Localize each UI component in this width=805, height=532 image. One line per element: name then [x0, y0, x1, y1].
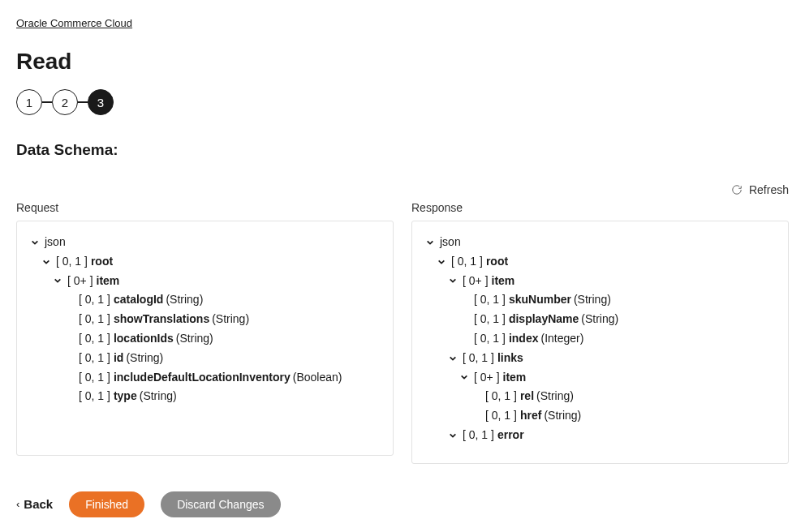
tree-range: [ 0, 1 ] — [79, 310, 110, 329]
tree-row-links[interactable]: [ 0, 1 ] links — [424, 349, 777, 368]
tree-field-type: (String) — [126, 349, 163, 368]
tree-range: [ 0+ ] — [67, 272, 93, 291]
chevron-down-icon[interactable] — [28, 236, 41, 249]
back-button[interactable]: ‹ Back — [16, 497, 53, 511]
tree-range: [ 0+ ] — [463, 272, 489, 291]
tree-field-type: (String) — [212, 310, 249, 329]
tree-range: [ 0, 1 ] — [56, 252, 88, 272]
tree-field-type: (String) — [166, 290, 203, 310]
step-2[interactable]: 2 — [52, 89, 78, 115]
tree-range: [ 0, 1 ] — [79, 290, 110, 310]
response-label: Response — [411, 201, 789, 214]
tree-row-root[interactable]: [ 0, 1 ] root — [28, 252, 381, 272]
tree-row-item[interactable]: [ 0+ ] item — [424, 272, 777, 291]
back-label: Back — [24, 497, 53, 511]
tree-field-name: includeDefaultLocationInventory — [114, 368, 291, 388]
tree-field-type: (String) — [536, 387, 574, 406]
step-connector — [42, 101, 52, 103]
refresh-button[interactable]: Refresh — [16, 183, 789, 196]
tree-row-leaf[interactable]: [ 0, 1 ] skuNumber (String) — [424, 290, 777, 310]
tree-row-item[interactable]: [ 0+ ] item — [28, 272, 381, 291]
tree-range: [ 0, 1 ] — [79, 387, 110, 406]
tree-field-name: item — [503, 368, 527, 388]
tree-label: json — [440, 233, 461, 252]
tree-row-json[interactable]: json — [424, 233, 777, 252]
chevron-down-icon[interactable] — [40, 255, 53, 268]
tree-range: [ 0, 1 ] — [79, 368, 110, 388]
chevron-down-icon[interactable] — [446, 429, 459, 442]
tree-row-leaf[interactable]: [ 0, 1 ] type (String) — [28, 387, 381, 406]
tree-field-name: href — [520, 406, 541, 426]
finished-button[interactable]: Finished — [69, 491, 144, 517]
request-column: Request json [ 0, 1 ] root [ 0+ ] item [… — [16, 201, 394, 464]
chevron-down-icon[interactable] — [446, 274, 459, 287]
response-column: Response json [ 0, 1 ] root [ 0+ ] item … — [411, 201, 789, 464]
tree-range: [ 0, 1 ] — [463, 426, 494, 445]
tree-field-name: item — [97, 272, 120, 291]
tree-field-type: (String) — [140, 387, 177, 406]
chevron-down-icon[interactable] — [424, 236, 437, 249]
tree-row-json[interactable]: json — [28, 233, 381, 252]
tree-range: [ 0, 1 ] — [485, 406, 517, 426]
tree-field-type: (String) — [574, 290, 611, 310]
page-title: Read — [16, 49, 789, 75]
breadcrumb-link[interactable]: Oracle Commerce Cloud — [16, 17, 132, 29]
tree-field-name: id — [114, 349, 123, 368]
tree-range: [ 0, 1 ] — [79, 329, 110, 349]
discard-button[interactable]: Discard Changes — [161, 491, 280, 517]
tree-field-type: (Boolean) — [293, 368, 342, 388]
tree-range: [ 0, 1 ] — [451, 252, 483, 272]
tree-field-name: root — [486, 252, 508, 272]
tree-field-name: root — [91, 252, 113, 272]
tree-field-name: displayName — [509, 310, 579, 329]
refresh-label: Refresh — [749, 183, 789, 196]
schema-panels: Request json [ 0, 1 ] root [ 0+ ] item [… — [16, 201, 789, 464]
tree-field-name: item — [492, 272, 515, 291]
tree-field-name: showTranslations — [114, 310, 209, 329]
chevron-down-icon[interactable] — [51, 274, 64, 287]
step-connector — [78, 101, 88, 103]
tree-row-leaf[interactable]: [ 0, 1 ] id (String) — [28, 349, 381, 368]
tree-label: json — [45, 233, 66, 252]
tree-field-name: type — [114, 387, 137, 406]
footer-actions: ‹ Back Finished Discard Changes — [16, 491, 789, 517]
tree-field-name: catalogId — [114, 290, 163, 310]
tree-field-type: (String) — [544, 406, 581, 426]
tree-row-leaf[interactable]: [ 0, 1 ] includeDefaultLocationInventory… — [28, 368, 381, 388]
chevron-down-icon[interactable] — [458, 371, 471, 384]
tree-row-leaf[interactable]: [ 0, 1 ] rel (String) — [424, 387, 777, 406]
step-3[interactable]: 3 — [88, 89, 114, 115]
chevron-down-icon[interactable] — [446, 352, 459, 365]
chevron-down-icon[interactable] — [435, 255, 448, 268]
tree-range: [ 0, 1 ] — [474, 329, 506, 349]
section-title: Data Schema: — [16, 141, 789, 159]
tree-field-name: error — [497, 426, 524, 445]
tree-field-type: (Integer) — [541, 329, 584, 349]
tree-range: [ 0, 1 ] — [474, 290, 506, 310]
request-panel: json [ 0, 1 ] root [ 0+ ] item [ 0, 1 ] … — [16, 221, 394, 456]
tree-row-links-item[interactable]: [ 0+ ] item — [424, 368, 777, 388]
tree-range: [ 0+ ] — [474, 368, 500, 388]
tree-row-leaf[interactable]: [ 0, 1 ] index (Integer) — [424, 329, 777, 349]
tree-row-leaf[interactable]: [ 0, 1 ] displayName (String) — [424, 310, 777, 329]
step-1[interactable]: 1 — [16, 89, 42, 115]
tree-row-leaf[interactable]: [ 0, 1 ] href (String) — [424, 406, 777, 426]
tree-row-leaf[interactable]: [ 0, 1 ] locationIds (String) — [28, 329, 381, 349]
tree-range: [ 0, 1 ] — [485, 387, 517, 406]
stepper: 1 2 3 — [16, 89, 789, 115]
tree-row-leaf[interactable]: [ 0, 1 ] showTranslations (String) — [28, 310, 381, 329]
refresh-icon — [731, 184, 743, 195]
tree-field-name: skuNumber — [509, 290, 571, 310]
tree-row-root[interactable]: [ 0, 1 ] root — [424, 252, 777, 272]
tree-range: [ 0, 1 ] — [79, 349, 110, 368]
tree-row-leaf[interactable]: [ 0, 1 ] catalogId (String) — [28, 290, 381, 310]
tree-field-type: (String) — [581, 310, 618, 329]
tree-field-name: locationIds — [114, 329, 174, 349]
tree-range: [ 0, 1 ] — [463, 349, 494, 368]
tree-range: [ 0, 1 ] — [474, 310, 506, 329]
tree-row-error[interactable]: [ 0, 1 ] error — [424, 426, 777, 445]
tree-field-type: (String) — [176, 329, 213, 349]
chevron-left-icon: ‹ — [16, 498, 19, 510]
response-panel: json [ 0, 1 ] root [ 0+ ] item [ 0, 1 ] … — [411, 221, 789, 464]
request-label: Request — [16, 201, 394, 214]
